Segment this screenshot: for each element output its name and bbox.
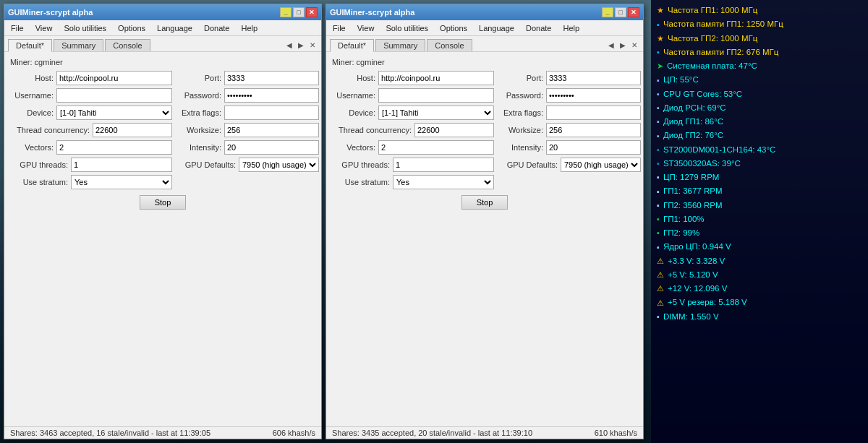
window-1-tabs: Default* Summary Console ◀ ▶ ✕ bbox=[4, 36, 321, 52]
gpu-threads-input-2[interactable] bbox=[393, 158, 494, 172]
menu-solo-2[interactable]: Solo utilities bbox=[383, 23, 431, 33]
hw-text-4: Системная плата: 47°C bbox=[667, 60, 757, 72]
tab-close-1[interactable]: ✕ bbox=[307, 41, 318, 49]
menu-options-1[interactable]: Options bbox=[115, 23, 148, 33]
tab-default-2[interactable]: Default* bbox=[330, 39, 374, 52]
tab-summary-1[interactable]: Summary bbox=[54, 39, 103, 51]
thread-input-2[interactable] bbox=[414, 123, 494, 137]
stratum-select-1[interactable]: Yes bbox=[71, 175, 172, 189]
username-input-2[interactable] bbox=[378, 88, 494, 103]
tab-prev-2[interactable]: ◀ bbox=[606, 41, 616, 49]
menu-solo-1[interactable]: Solo utilities bbox=[61, 23, 109, 33]
maximize-button-1[interactable]: □ bbox=[293, 7, 305, 17]
hw-row-5: ▪ ЦП: 55°C bbox=[657, 73, 866, 87]
window-2-statusbar: Shares: 3435 accepted, 20 stale/invalid … bbox=[326, 426, 643, 439]
stop-button-2[interactable]: Stop bbox=[461, 195, 509, 210]
menu-donate-1[interactable]: Donate bbox=[201, 23, 232, 33]
hw-icon-6: ▪ bbox=[657, 88, 660, 100]
stratum-row-1: Use stratum: Yes bbox=[10, 175, 172, 189]
thread-input-1[interactable] bbox=[93, 123, 172, 137]
gpu-defaults-select-1[interactable]: 7950 (high usage) bbox=[239, 158, 319, 172]
host-input-1[interactable] bbox=[56, 71, 172, 85]
stop-button-1[interactable]: Stop bbox=[140, 195, 187, 210]
worksize-input-1[interactable] bbox=[224, 123, 319, 137]
port-row-1: Port: bbox=[178, 71, 319, 85]
port-input-2[interactable] bbox=[546, 71, 641, 85]
password-input-1[interactable] bbox=[224, 88, 319, 103]
minimize-button-1[interactable]: _ bbox=[280, 7, 292, 17]
menu-options-2[interactable]: Options bbox=[437, 23, 470, 33]
extra-flags-input-1[interactable] bbox=[224, 106, 319, 120]
window-2-menubar: File View Solo utilities Options Languag… bbox=[326, 20, 643, 36]
vectors-input-2[interactable] bbox=[378, 140, 494, 155]
gpu-threads-input-1[interactable] bbox=[71, 158, 172, 172]
hw-text-14: ГП2: 3560 RPM bbox=[663, 199, 723, 212]
password-label-2: Password: bbox=[500, 91, 543, 100]
intensity-input-1[interactable] bbox=[224, 140, 319, 155]
stratum-select-2[interactable]: Yes bbox=[393, 175, 494, 189]
close-button-2[interactable]: ✕ bbox=[628, 7, 639, 17]
menu-file-2[interactable]: File bbox=[330, 23, 349, 33]
thread-row-1: Thread concurrency: bbox=[10, 123, 172, 137]
status-shares-2: Shares: 3435 accepted, 20 stale/invalid … bbox=[332, 429, 532, 437]
port-label-2: Port: bbox=[500, 74, 543, 82]
hw-icon-1: ▪ bbox=[657, 19, 660, 31]
tab-default-1[interactable]: Default* bbox=[8, 39, 52, 52]
host-label-2: Host: bbox=[332, 74, 375, 82]
maximize-button-2[interactable]: □ bbox=[615, 7, 626, 17]
hw-row-19: ⚠ +5 V: 5.120 V bbox=[657, 268, 866, 282]
tab-next-2[interactable]: ▶ bbox=[618, 41, 628, 49]
gpu-defaults-select-2[interactable]: 7950 (high usage) bbox=[561, 158, 641, 172]
vectors-input-1[interactable] bbox=[56, 140, 172, 155]
intensity-input-2[interactable] bbox=[546, 140, 641, 155]
form-grid-2: Host: Port: Username: Password: bbox=[332, 71, 637, 189]
host-input-2[interactable] bbox=[378, 71, 494, 85]
hw-row-7: ▪ Диод PCH: 69°C bbox=[657, 101, 866, 115]
close-button-1[interactable]: ✕ bbox=[306, 7, 318, 17]
minimize-button-2[interactable]: _ bbox=[602, 7, 613, 17]
menu-donate-2[interactable]: Donate bbox=[523, 23, 554, 33]
tab-prev-1[interactable]: ◀ bbox=[284, 41, 294, 49]
menu-language-2[interactable]: Language bbox=[476, 23, 517, 33]
hw-text-22: DIMM: 1.550 V bbox=[663, 311, 719, 323]
hw-icon-4: ➤ bbox=[657, 60, 663, 72]
password-input-2[interactable] bbox=[546, 88, 641, 103]
menu-language-1[interactable]: Language bbox=[154, 23, 195, 33]
hw-row-1: ▪ Частота памяти ГП1: 1250 МГц bbox=[657, 17, 866, 31]
device-select-1[interactable]: [1-0] Tahiti bbox=[56, 106, 172, 120]
window-1-content: Miner: cgminer Host: Port: Username: bbox=[4, 52, 321, 426]
username-input-1[interactable] bbox=[56, 88, 172, 103]
worksize-input-2[interactable] bbox=[546, 123, 641, 137]
vectors-row-2: Vectors: bbox=[332, 140, 494, 155]
tab-close-2[interactable]: ✕ bbox=[629, 41, 639, 49]
username-row-2: Username: bbox=[332, 88, 494, 103]
port-input-1[interactable] bbox=[224, 71, 319, 85]
status-shares-1: Shares: 3463 accepted, 16 stale/invalid … bbox=[10, 429, 210, 437]
hw-text-19: +5 V: 5.120 V bbox=[668, 269, 718, 281]
device-row-2: Device: [1-1] Tahiti bbox=[332, 106, 494, 120]
tab-nav-1: ◀ ▶ ✕ bbox=[284, 41, 318, 49]
extra-flags-input-2[interactable] bbox=[546, 106, 641, 120]
hw-text-0: Частота ГП1: 1000 МГц bbox=[668, 4, 757, 17]
windows-area: GUIMiner-scrypt alpha _ □ ✕ File View So… bbox=[0, 0, 651, 443]
hw-monitor-panel: ★ Частота ГП1: 1000 МГц ▪ Частота памяти… bbox=[651, 0, 868, 443]
menu-file-1[interactable]: File bbox=[8, 23, 27, 33]
gpu-threads-label-1: GPU threads: bbox=[10, 160, 68, 169]
hw-row-22: ▪ DIMM: 1.550 V bbox=[657, 310, 866, 324]
tab-console-2[interactable]: Console bbox=[427, 39, 472, 51]
hw-row-0: ★ Частота ГП1: 1000 МГц bbox=[657, 4, 866, 17]
device-select-2[interactable]: [1-1] Tahiti bbox=[378, 106, 494, 120]
hw-icon-3: ▪ bbox=[657, 46, 660, 59]
menu-view-2[interactable]: View bbox=[354, 23, 378, 33]
gpu-defaults-row-2: GPU Defaults: 7950 (high usage) bbox=[500, 158, 641, 172]
hw-icon-5: ▪ bbox=[657, 74, 660, 87]
tab-next-1[interactable]: ▶ bbox=[296, 41, 306, 49]
hw-row-20: ⚠ +12 V: 12.096 V bbox=[657, 282, 866, 296]
tab-summary-2[interactable]: Summary bbox=[375, 39, 425, 51]
menu-view-1[interactable]: View bbox=[33, 23, 56, 33]
hw-row-15: ▪ ГП1: 100% bbox=[657, 212, 866, 226]
menu-help-1[interactable]: Help bbox=[238, 23, 260, 33]
intensity-label-1: Intensity: bbox=[178, 143, 221, 152]
menu-help-2[interactable]: Help bbox=[560, 23, 582, 33]
tab-console-1[interactable]: Console bbox=[105, 39, 150, 51]
